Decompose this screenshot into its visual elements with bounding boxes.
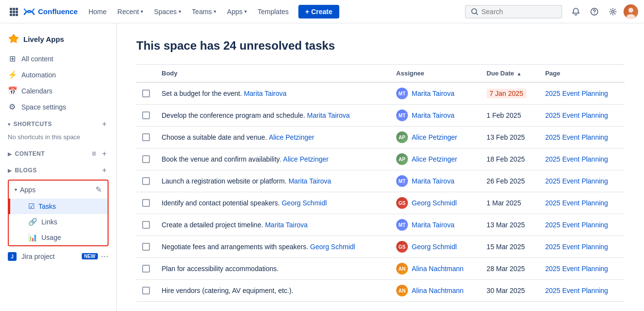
page-name-link[interactable]: 2025 Event Planning bbox=[545, 177, 608, 185]
content-toggle[interactable]: ▶ Content bbox=[8, 150, 45, 157]
teams-nav-link[interactable]: Teams ▾ bbox=[187, 5, 221, 18]
assignee-cell: MTMarita Tairova bbox=[390, 82, 481, 105]
sidebar-sub-item-links[interactable]: 🔗 Links bbox=[9, 214, 108, 230]
assignee-name-link[interactable]: Alice Petzinger bbox=[412, 155, 457, 163]
page-name-link[interactable]: 2025 Event Planning bbox=[545, 199, 608, 207]
spaces-nav-link[interactable]: Spaces ▾ bbox=[149, 5, 186, 18]
task-checkbox[interactable] bbox=[142, 265, 150, 273]
task-checkbox[interactable] bbox=[142, 90, 150, 97]
sidebar-item-jira[interactable]: J Jira project NEW ⋯ bbox=[0, 248, 116, 264]
task-assignee-link[interactable]: Marita Tairova bbox=[244, 90, 287, 97]
confluence-logo[interactable]: Confluence bbox=[23, 6, 78, 18]
task-assignee-link[interactable]: Georg Schmidl bbox=[310, 243, 355, 251]
task-checkbox[interactable] bbox=[142, 155, 150, 163]
help-button[interactable] bbox=[587, 4, 602, 19]
assignee-cell: ANAlina Nachtmann bbox=[390, 280, 481, 302]
apps-nav-link[interactable]: Apps ▾ bbox=[222, 5, 252, 18]
due-date-value: 15 Mar 2025 bbox=[487, 243, 525, 251]
page-cell: 2025 Event Planning bbox=[539, 280, 625, 302]
all-content-icon: ⊞ bbox=[8, 54, 17, 63]
blogs-toggle[interactable]: ▶ Blogs bbox=[8, 167, 37, 174]
add-blog-button[interactable]: + bbox=[100, 165, 109, 176]
page-name-link[interactable]: 2025 Event Planning bbox=[545, 90, 608, 97]
task-assignee-link[interactable]: Alice Petzinger bbox=[283, 155, 329, 163]
sidebar-sub-item-usage[interactable]: 📊 Usage bbox=[9, 230, 108, 245]
space-settings-icon: ⚙ bbox=[8, 102, 17, 111]
apps-header[interactable]: ▾ Apps ✎ bbox=[9, 181, 108, 199]
assignee-avatar: GS bbox=[396, 197, 408, 209]
page-name-link[interactable]: 2025 Event Planning bbox=[545, 265, 608, 273]
recent-chevron-icon: ▾ bbox=[141, 9, 143, 14]
sidebar-item-all-content[interactable]: ⊞ All content bbox=[0, 51, 116, 67]
svg-rect-1 bbox=[13, 8, 15, 10]
assignee-name-link[interactable]: Marita Tairova bbox=[412, 221, 455, 229]
content-add-button[interactable]: + bbox=[100, 148, 109, 159]
page-name-link[interactable]: 2025 Event Planning bbox=[545, 133, 608, 141]
page-name-link[interactable]: 2025 Event Planning bbox=[545, 155, 608, 163]
task-checkbox[interactable] bbox=[142, 111, 150, 119]
sidebar-item-automation[interactable]: ⚡ Automation bbox=[0, 67, 116, 83]
tasks-table: Body Assignee Due Date ▲ Page Set a budg… bbox=[136, 64, 625, 302]
assignee-name-link[interactable]: Marita Tairova bbox=[412, 111, 455, 119]
task-checkbox[interactable] bbox=[142, 287, 150, 294]
space-title: Lively Apps bbox=[0, 29, 116, 51]
assignee-name-link[interactable]: Marita Tairova bbox=[412, 177, 455, 185]
create-button[interactable]: + Create bbox=[298, 5, 339, 18]
page-name-link[interactable]: 2025 Event Planning bbox=[545, 111, 608, 119]
task-checkbox[interactable] bbox=[142, 199, 150, 207]
user-avatar[interactable] bbox=[624, 4, 638, 19]
search-input[interactable] bbox=[481, 8, 550, 16]
page-cell: 2025 Event Planning bbox=[539, 236, 625, 258]
assignee-name-link[interactable]: Georg Schmidl bbox=[412, 199, 457, 207]
jira-more-icon[interactable]: ⋯ bbox=[101, 252, 109, 261]
task-checkbox[interactable] bbox=[142, 177, 150, 185]
notifications-button[interactable] bbox=[568, 4, 584, 19]
task-assignee-link[interactable]: Georg Schmidl bbox=[282, 199, 327, 207]
templates-nav-link[interactable]: Templates bbox=[253, 5, 294, 18]
task-assignee-link[interactable]: Marita Tairova bbox=[265, 221, 308, 229]
apps-section: ▾ Apps ✎ ☑ Tasks 🔗 Links 📊 Usage bbox=[8, 180, 109, 246]
add-shortcut-button[interactable]: + bbox=[100, 119, 109, 129]
assignee-avatar: MT bbox=[396, 110, 408, 121]
assignee-name-link[interactable]: Georg Schmidl bbox=[412, 243, 457, 251]
assignee-cell: GSGeorg Schmidl bbox=[390, 236, 481, 258]
page-name-link[interactable]: 2025 Event Planning bbox=[545, 287, 608, 294]
shortcuts-toggle[interactable]: ▾ Shortcuts bbox=[8, 121, 52, 128]
assignee-name-link[interactable]: Alina Nachtmann bbox=[412, 265, 464, 273]
recent-nav-link[interactable]: Recent ▾ bbox=[112, 5, 148, 18]
assignee-avatar: MT bbox=[396, 175, 408, 187]
sidebar-item-calendars[interactable]: 📅 Calendars bbox=[0, 83, 116, 99]
task-checkbox[interactable] bbox=[142, 221, 150, 229]
assignee-cell: APAlice Petzinger bbox=[390, 148, 481, 170]
search-box[interactable] bbox=[465, 5, 562, 18]
assignee-name-link[interactable]: Alice Petzinger bbox=[412, 133, 457, 141]
task-body-cell: Identify and contact potential speakers.… bbox=[156, 192, 390, 214]
task-checkbox[interactable] bbox=[142, 243, 150, 251]
due-date-sort-icon[interactable]: ▲ bbox=[517, 71, 522, 76]
grid-menu-button[interactable] bbox=[6, 4, 21, 19]
task-assignee-link[interactable]: Marita Tairova bbox=[307, 111, 350, 119]
sidebar-item-space-settings[interactable]: ⚙ Space settings bbox=[0, 99, 116, 115]
due-date-cell: 7 Jan 2025 bbox=[481, 82, 539, 105]
page-name-link[interactable]: 2025 Event Planning bbox=[545, 221, 608, 229]
assignee-name-link[interactable]: Alina Nachtmann bbox=[412, 287, 464, 294]
page-name-link[interactable]: 2025 Event Planning bbox=[545, 243, 608, 251]
assignee-name-link[interactable]: Marita Tairova bbox=[412, 90, 455, 97]
top-navigation: Confluence Home Recent ▾ Spaces ▾ Teams … bbox=[0, 0, 644, 23]
settings-button[interactable] bbox=[605, 4, 621, 19]
due-date-value: 30 Mar 2025 bbox=[487, 287, 525, 294]
apps-edit-button[interactable]: ✎ bbox=[93, 184, 104, 195]
main-content: This space has 24 unresolved tasks Body … bbox=[117, 23, 644, 311]
home-nav-link[interactable]: Home bbox=[84, 5, 111, 18]
calendars-icon: 📅 bbox=[8, 86, 17, 95]
table-row: Plan for accessibility accommodations. A… bbox=[136, 258, 625, 280]
svg-point-11 bbox=[594, 13, 595, 14]
task-body-cell: Hire vendors (catering, AV equipment, et… bbox=[156, 280, 390, 302]
task-assignee-link[interactable]: Marita Tairova bbox=[289, 177, 331, 185]
sidebar-sub-item-tasks[interactable]: ☑ Tasks bbox=[9, 199, 108, 214]
task-checkbox[interactable] bbox=[142, 133, 150, 141]
task-assignee-link[interactable]: Alice Petzinger bbox=[269, 133, 314, 141]
links-icon: 🔗 bbox=[28, 218, 37, 226]
due-date-cell: 18 Feb 2025 bbox=[481, 148, 539, 170]
content-filter-button[interactable]: ≡ bbox=[90, 148, 98, 159]
